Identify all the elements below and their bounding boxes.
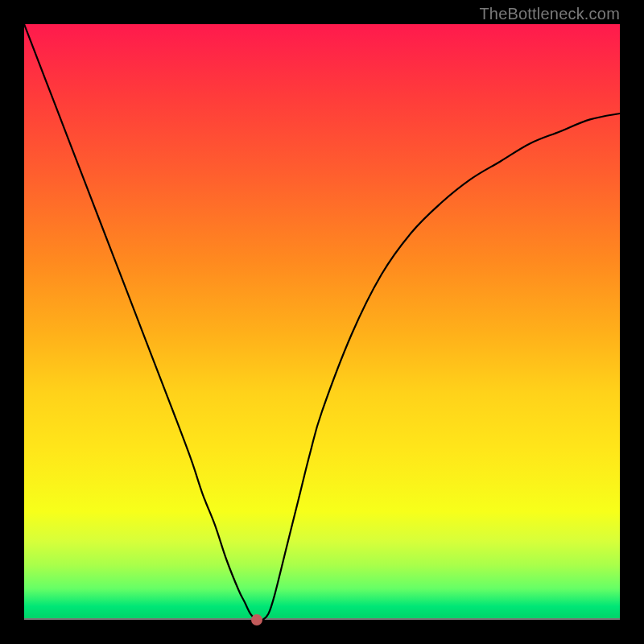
bottleneck-curve-svg: [24, 24, 620, 620]
chart-frame: TheBottleneck.com: [0, 0, 644, 644]
plot-area: [24, 24, 620, 620]
watermark-text: TheBottleneck.com: [479, 5, 620, 23]
bottleneck-curve: [24, 24, 620, 620]
minimum-marker-dot: [251, 614, 262, 625]
